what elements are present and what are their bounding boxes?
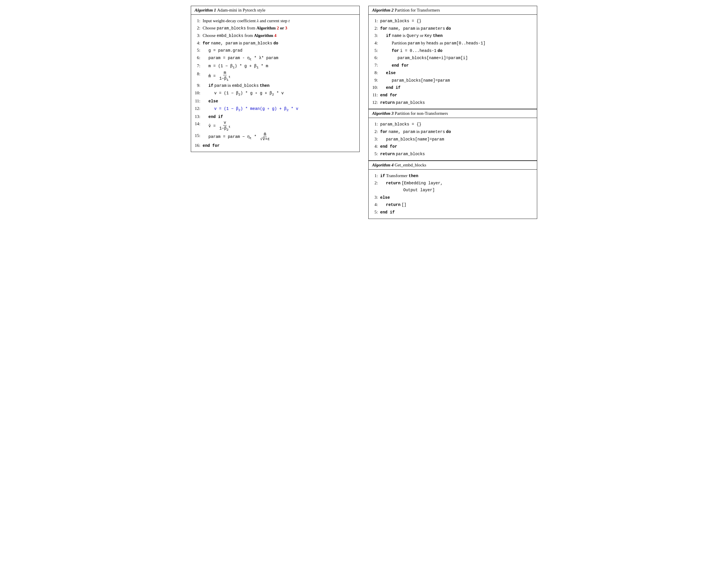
table-row: 6:param_blocks[name+i]=param[i]: [372, 54, 533, 62]
table-row: 15:param = param − ηt * m̂√v̂+ε: [195, 132, 356, 141]
line-number: 2:: [372, 25, 380, 32]
table-row: 2:for name, param in parameters do: [372, 128, 533, 135]
algorithm2-box: Algorithm 2 Partition for Transformers 1…: [368, 6, 537, 109]
algorithm4-title: Get_embd_blocks: [394, 163, 426, 167]
table-row: 6:param = param - ηt * λ* param: [195, 54, 356, 62]
algorithm2-num: 2: [391, 8, 394, 12]
line-number: 9:: [195, 82, 203, 89]
line-number: 4:: [195, 40, 203, 47]
line-number: 11:: [372, 92, 380, 99]
line-content: return [Embedding layer,Output layer]: [380, 180, 533, 193]
line-number: 8:: [195, 71, 203, 82]
line-number: 1:: [372, 172, 380, 179]
line-number: 11:: [195, 98, 203, 105]
table-row: 2:Choose param_blocks from Algorithm 2 o…: [195, 25, 356, 32]
line-content: else: [203, 98, 356, 105]
algorithm4-num: 4: [391, 163, 394, 167]
algorithm3-header: Algorithm 3 Partition for non-Transforme…: [369, 109, 537, 118]
line-number: 13:: [195, 113, 203, 120]
line-content: end for: [380, 62, 533, 69]
table-row: 8:m̂ = m1−β1t: [195, 71, 356, 82]
line-number: 2:: [195, 25, 203, 32]
algorithm1-num: 1: [214, 8, 217, 12]
algorithm3-body: 1:param_blocks = {}2:for name, param in …: [369, 118, 537, 160]
table-row: 2:return [Embedding layer,Output layer]: [372, 180, 533, 193]
line-content: if Transformer then: [380, 172, 533, 179]
table-row: 3:Choose embd_blocks from Algorithm 4: [195, 32, 356, 39]
algorithm4-box: Algorithm 4 Get_embd_blocks 1:if Transfo…: [368, 161, 537, 219]
line-number: 7:: [372, 62, 380, 69]
line-number: 4:: [372, 143, 380, 150]
line-number: 15:: [195, 132, 203, 141]
line-number: 1:: [372, 121, 380, 128]
line-content: return []: [380, 201, 533, 208]
left-column: Algorithm 1 Adam-mini in Pytorch style 1…: [191, 6, 360, 219]
table-row: 11:else: [195, 98, 356, 105]
algorithm3-num: 3: [391, 111, 394, 116]
table-row: 16:end for: [195, 142, 356, 149]
line-content: end for: [380, 143, 533, 150]
line-number: 3:: [372, 136, 380, 143]
right-column: Algorithm 2 Partition for Transformers 1…: [368, 6, 537, 219]
algorithm4-header: Algorithm 4 Get_embd_blocks: [369, 161, 537, 170]
table-row: 9:param_blocks[name]=param: [372, 77, 533, 84]
line-content: param_blocks = {}: [380, 121, 533, 128]
algorithm4-body: 1:if Transformer then2:return [Embedding…: [369, 170, 537, 219]
line-number: 6:: [372, 54, 380, 62]
algorithm2-title: Partition for Transformers: [394, 8, 440, 12]
line-number: 5:: [372, 209, 380, 216]
table-row: 10:end if: [372, 84, 533, 91]
algorithm3-title: Partition for non-Transformers: [394, 111, 448, 116]
line-number: 2:: [372, 180, 380, 193]
line-content: Choose embd_blocks from Algorithm 4: [203, 32, 356, 39]
algorithm3-box: Algorithm 3 Partition for non-Transforme…: [368, 109, 537, 160]
table-row: 5:return param_blocks: [372, 151, 533, 158]
algorithm2-word: Algorithm: [372, 8, 390, 12]
table-row: 3:param_blocks[name]=param: [372, 136, 533, 143]
line-number: 14:: [195, 121, 203, 132]
line-content: v = (1 − β2) * mean(g ∘ g) + β2 * v: [203, 105, 356, 113]
line-number: 10:: [195, 90, 203, 97]
line-number: 9:: [372, 77, 380, 84]
table-row: 13:end if: [195, 113, 356, 120]
table-row: 7:end for: [372, 62, 533, 69]
line-content: m̂ = m1−β1t: [203, 71, 356, 82]
table-row: 5:end if: [372, 209, 533, 216]
line-content: if name is Query or Key then: [380, 32, 533, 39]
table-row: 4:Partition param by heads as param[0..h…: [372, 40, 533, 47]
algorithm1-title: Adam-mini in Pytorch style: [217, 8, 265, 12]
line-content: for name, param in parameters do: [380, 25, 533, 32]
line-number: 5:: [372, 151, 380, 158]
line-content: param = param - ηt * λ* param: [203, 54, 356, 62]
line-content: param_blocks = {}: [380, 17, 533, 25]
line-number: 4:: [372, 40, 380, 47]
line-content: end if: [380, 209, 533, 216]
table-row: 1:if Transformer then: [372, 172, 533, 179]
table-row: 1:Input weight-decay coefficient λ and c…: [195, 17, 356, 24]
line-content: v = (1 − β2) * g ∘ g + β2 * v: [203, 90, 356, 97]
line-number: 7:: [195, 63, 203, 70]
algorithm1-box: Algorithm 1 Adam-mini in Pytorch style 1…: [191, 6, 360, 152]
line-content: Input weight-decay coefficient λ and cur…: [203, 17, 356, 24]
table-row: 8:else: [372, 70, 533, 76]
table-row: 12:return param_blocks: [372, 99, 533, 106]
line-content: end if: [203, 113, 356, 120]
line-number: 1:: [372, 17, 380, 25]
line-content: else: [380, 194, 533, 201]
algorithm1-word: Algorithm: [195, 8, 213, 12]
line-content: end for: [380, 92, 533, 99]
line-content: for name, param in param_blocks do: [203, 40, 356, 47]
line-number: 12:: [372, 99, 380, 106]
table-row: 5:g = param.grad: [195, 47, 356, 54]
line-number: 5:: [195, 47, 203, 54]
line-content: param_blocks[name]=param: [380, 136, 533, 143]
table-row: 14:v̂ = v1−β2t: [195, 121, 356, 132]
line-number: 16:: [195, 142, 203, 149]
algorithm1-header: Algorithm 1 Adam-mini in Pytorch style: [191, 6, 359, 15]
table-row: 5:for i = 0...heads-1 do: [372, 47, 533, 54]
line-number: 1:: [195, 17, 203, 24]
table-row: 12:v = (1 − β2) * mean(g ∘ g) + β2 * v: [195, 105, 356, 113]
table-row: 10:v = (1 − β2) * g ∘ g + β2 * v: [195, 90, 356, 97]
table-row: 9:if param in embd_blocks then: [195, 82, 356, 89]
table-row: 2:for name, param in parameters do: [372, 25, 533, 32]
